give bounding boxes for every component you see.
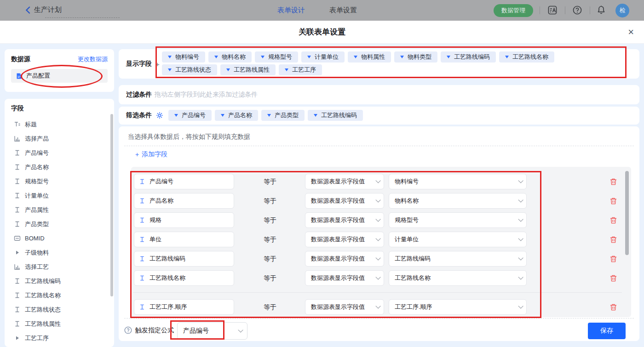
source-select[interactable]: 数据源表显示字段值 [305,212,384,228]
value-select[interactable]: 计量单位 [389,232,527,247]
source-select[interactable]: 数据源表显示字段值 [305,174,384,189]
rule-field-input[interactable]: 产品名称 [134,193,234,209]
caret-down-icon [174,114,178,117]
source-select[interactable]: 数据源表显示字段值 [305,299,384,315]
display-field-tag[interactable]: 工艺路线属性 [220,64,276,75]
display-field-tag[interactable]: 物料编号 [162,51,205,63]
datasource-item[interactable]: 产品配置 [11,69,108,83]
field-item[interactable]: 产品编号 [11,146,108,160]
value-select[interactable]: 工艺路线名称 [389,270,527,286]
trigger-help-icon[interactable] [124,326,132,334]
sidebar-scrollbar[interactable] [110,114,113,296]
add-display-field-button[interactable]: + [155,60,160,68]
field-item[interactable]: 规格型号 [11,174,108,188]
back-button[interactable]: 生产计划 [25,6,62,14]
delete-rule-button[interactable] [610,303,617,311]
add-field-link[interactable]: + 添加字段 [135,150,167,159]
trash-icon [610,236,617,244]
field-item[interactable]: BOMID [11,231,108,245]
source-select[interactable]: 数据源表显示字段值 [305,251,384,267]
field-item[interactable]: 工艺工序 [11,331,108,345]
field-item[interactable]: 工艺路线属性 [11,317,108,331]
field-item[interactable]: 产品名称 [11,160,108,174]
field-item[interactable]: 标题 [11,117,108,131]
criteria-tag[interactable]: 产品类型 [261,110,305,121]
translate-icon[interactable] [547,5,558,15]
text-field-icon [14,278,21,284]
rule-field-input[interactable]: 工艺路线名称 [134,270,234,286]
source-select[interactable]: 数据源表显示字段值 [305,193,384,209]
display-field-tag[interactable]: 物料名称 [208,51,252,63]
field-item[interactable]: 选择产品 [11,131,108,146]
gear-icon[interactable] [156,112,163,119]
source-select[interactable]: 数据源表显示字段值 [305,232,384,247]
display-field-tag[interactable]: 物料类型 [394,51,437,63]
display-field-tag[interactable]: 工艺路线名称 [499,51,554,63]
tab-form-settings[interactable]: 表单设置 [329,6,357,15]
tag-label: 物料类型 [408,53,431,61]
filter-drop-placeholder[interactable]: 拖动左侧字段到此处来添加过滤条件 [155,91,258,99]
field-item[interactable]: 工艺路线状态 [11,302,108,317]
delete-rule-button[interactable] [610,178,617,186]
field-item-label: BOMID [25,235,45,242]
display-field-tag[interactable]: 工艺路线状态 [162,64,217,75]
display-field-tag[interactable]: 工艺工序 [279,64,322,75]
rule-field-input[interactable]: 工艺工序.顺序 [134,299,234,315]
field-item-label: 工艺路线编码 [25,277,61,285]
rules-scrollbar[interactable] [625,171,629,255]
field-item[interactable]: 工艺路线名称 [11,288,108,302]
avatar[interactable]: 检 [615,4,629,17]
value-select[interactable]: 工艺路线编码 [389,251,527,267]
value-select[interactable]: 规格型号 [389,212,527,228]
field-item[interactable]: 工艺路线编码 [11,274,108,288]
help-icon[interactable] [572,5,582,15]
field-item[interactable]: 计量单位 [11,188,108,203]
field-item-label: 工艺路线名称 [25,291,61,300]
display-field-tag[interactable]: 工艺路线编码 [441,51,496,63]
field-item[interactable]: 选择工艺 [11,260,108,274]
source-select[interactable]: 数据源表显示字段值 [305,270,384,286]
rule-field-input[interactable]: 工艺路线编码 [134,251,234,267]
value-select[interactable]: 物料名称 [389,193,527,209]
trigger-formula-select[interactable]: 产品编号 [177,322,247,340]
delete-rule-button[interactable] [610,274,617,282]
divider [540,6,540,14]
delete-rule-button[interactable] [610,236,617,244]
close-button[interactable]: × [628,25,634,39]
delete-rule-button[interactable] [610,197,617,205]
delete-rule-button[interactable] [610,216,617,224]
criteria-tag[interactable]: 产品编号 [168,110,212,121]
delete-rule-button[interactable] [610,255,617,263]
field-item-label: 产品编号 [25,149,49,157]
criteria-tag[interactable]: 工艺路线编码 [308,110,363,121]
source-select-value: 数据源表显示字段值 [311,216,365,224]
rule-field-input[interactable]: 规格 [134,212,234,228]
display-fields-panel: 显示字段 + 物料编号 物料名称 规格型号 计量单位 物料属性 物料类型 [119,49,639,79]
field-item[interactable]: 子级物料 [11,245,108,260]
data-manage-button[interactable]: 数据管理 [494,4,533,17]
tag-label: 产品类型 [275,111,299,119]
chevron-down-icon [518,216,523,222]
save-button[interactable]: 保存 [588,323,626,339]
rule-field-input[interactable]: 产品编号 [134,174,234,189]
topbar: 生产计划 表单设计 表单设置 数据管理 检 [0,0,644,21]
rule-field-input[interactable]: 单位 [134,232,234,247]
filter-label: 过滤条件 [126,91,152,99]
dashed-divider [124,146,634,146]
modal-body: 数据源 更改数据源 产品配置 字段 标题 [0,44,644,347]
source-select-value: 数据源表显示字段值 [311,274,365,282]
tag-label: 计量单位 [315,53,339,61]
tab-form-design[interactable]: 表单设计 [277,6,305,15]
change-datasource-link[interactable]: 更改数据源 [78,55,108,63]
value-select[interactable]: 物料编号 [389,174,527,189]
criteria-tag[interactable]: 产品名称 [215,110,258,121]
field-item[interactable]: 产品类型 [11,217,108,231]
display-field-tag[interactable]: 物料属性 [348,51,391,63]
caret-down-icon [400,56,404,58]
display-field-tag[interactable]: 计量单位 [301,51,345,63]
display-field-tag[interactable]: 规格型号 [255,51,298,63]
field-item[interactable]: 产品属性 [11,203,108,217]
bell-icon[interactable] [596,5,606,15]
value-select[interactable]: 工艺工序.顺序 [389,299,527,315]
modal-title: 关联表单设置 [0,21,644,44]
